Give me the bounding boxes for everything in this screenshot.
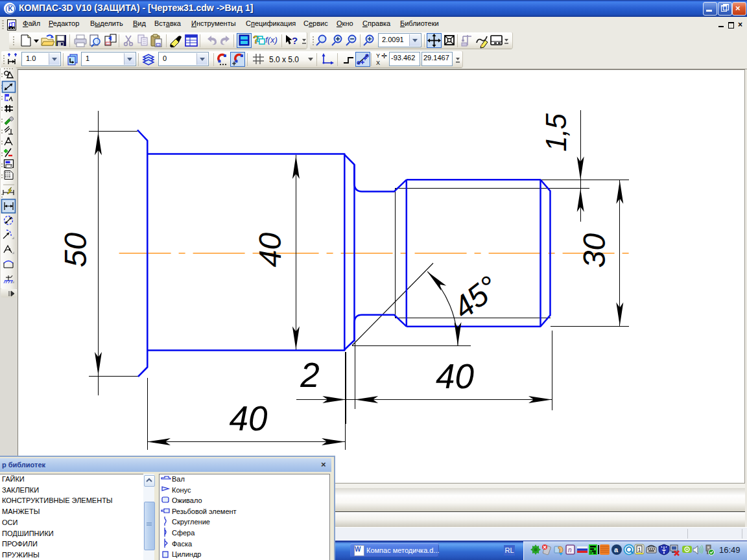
svg-text:40: 40 xyxy=(253,233,287,268)
svg-text:X: X xyxy=(376,60,380,66)
svg-text:30: 30 xyxy=(577,233,611,268)
svg-text:a: a xyxy=(614,546,619,554)
svg-text:40: 40 xyxy=(436,357,474,395)
svg-text:?: ? xyxy=(292,35,298,46)
svg-text:45°: 45° xyxy=(447,270,505,325)
svg-text:✛: ✛ xyxy=(381,52,387,60)
svg-text:40: 40 xyxy=(230,399,268,438)
svg-text:1,5: 1,5 xyxy=(540,113,572,152)
svg-text:9: 9 xyxy=(589,550,592,555)
svg-text:5.0 x 5.0: 5.0 x 5.0 xyxy=(269,55,299,64)
svg-text:50: 50 xyxy=(58,233,93,268)
svg-text:f(x): f(x) xyxy=(265,35,278,45)
svg-text:n: n xyxy=(568,546,572,554)
svg-text:2: 2 xyxy=(300,356,319,394)
svg-text:Y: Y xyxy=(376,52,380,59)
svg-text:1: 1 xyxy=(638,546,641,553)
